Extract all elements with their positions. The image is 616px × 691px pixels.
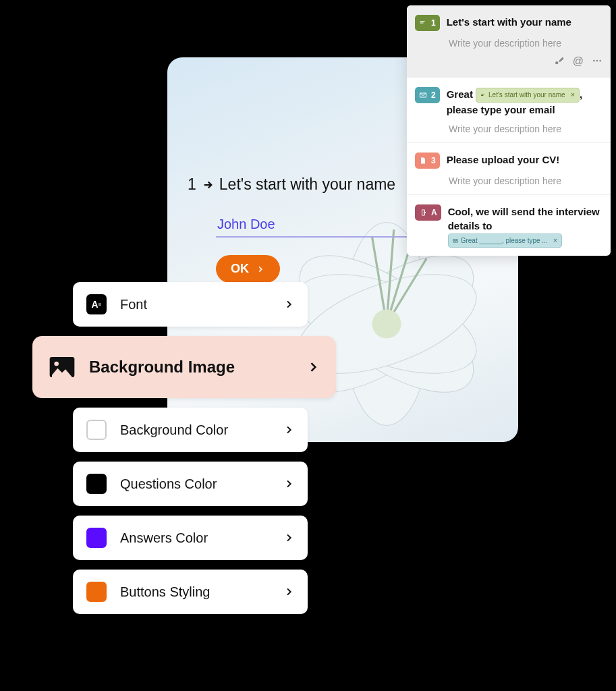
svg-point-19 bbox=[54, 362, 59, 366]
setting-label: Questions Color bbox=[120, 476, 270, 492]
wrench-icon[interactable] bbox=[554, 55, 565, 69]
steps-panel: 1 Let's start with your name Write your … bbox=[407, 5, 611, 256]
chevron-right-icon bbox=[256, 265, 265, 274]
chevron-right-icon bbox=[283, 532, 294, 543]
svg-point-9 bbox=[372, 310, 401, 339]
setting-background-image[interactable]: Background Image bbox=[32, 336, 336, 398]
setting-buttons-styling[interactable]: Buttons Styling bbox=[73, 570, 308, 614]
ok-button-label: OK bbox=[231, 262, 249, 276]
more-icon[interactable] bbox=[592, 55, 603, 69]
svg-rect-16 bbox=[481, 95, 483, 96]
step-description[interactable]: Write your description here bbox=[449, 38, 603, 49]
question-number: 1 bbox=[188, 175, 196, 194]
step-title: Let's start with your name bbox=[447, 15, 603, 29]
step-badge-text: 1 bbox=[415, 15, 440, 31]
setting-answers-color[interactable]: Answers Color bbox=[73, 516, 308, 560]
chevron-right-icon bbox=[283, 299, 294, 310]
svg-point-12 bbox=[593, 60, 595, 62]
step-number: 2 bbox=[431, 90, 436, 100]
question-text: Let's start with your name bbox=[219, 175, 395, 194]
setting-questions-color[interactable]: Questions Color bbox=[73, 462, 308, 506]
step-title: Great Let's start with your name × , ple… bbox=[447, 87, 603, 117]
at-icon[interactable]: @ bbox=[573, 55, 584, 69]
setting-background-color[interactable]: Background Color bbox=[73, 408, 308, 452]
setting-label: Background Color bbox=[120, 422, 270, 438]
font-icon: A≡ bbox=[86, 294, 107, 314]
svg-point-14 bbox=[599, 60, 601, 62]
exit-icon bbox=[419, 209, 427, 217]
setting-font[interactable]: A≡ Font bbox=[73, 282, 308, 327]
mail-icon bbox=[419, 91, 427, 99]
svg-point-13 bbox=[596, 60, 598, 62]
step-number: 1 bbox=[431, 18, 436, 28]
arrow-right-icon bbox=[202, 179, 214, 191]
text-icon bbox=[419, 19, 427, 27]
step-description[interactable]: Write your description here bbox=[449, 175, 603, 186]
chevron-right-icon bbox=[283, 424, 294, 435]
step-item-3[interactable]: 3 Please upload your CV! Write your desc… bbox=[407, 142, 611, 194]
step-item-1[interactable]: 1 Let's start with your name Write your … bbox=[407, 5, 611, 77]
color-swatch-orange bbox=[86, 582, 107, 602]
step-description[interactable]: Write your description here bbox=[449, 123, 603, 134]
step-title: Please upload your CV! bbox=[447, 153, 603, 167]
step-badge-file: 3 bbox=[415, 153, 440, 169]
svg-rect-10 bbox=[420, 21, 425, 22]
step-badge-email: 2 bbox=[415, 87, 440, 103]
design-settings-list: A≡ Font Background Image Background Colo… bbox=[73, 282, 308, 624]
step-item-4[interactable]: A Cool, we will send the interview detai… bbox=[407, 194, 611, 256]
setting-label: Answers Color bbox=[120, 530, 270, 546]
step-title: Cool, we will send the interview details… bbox=[448, 204, 603, 248]
step-number: 3 bbox=[431, 156, 436, 165]
text-icon bbox=[480, 92, 486, 98]
svg-rect-15 bbox=[481, 94, 484, 94]
svg-rect-11 bbox=[420, 23, 424, 24]
file-icon bbox=[419, 157, 427, 165]
color-swatch-black bbox=[86, 474, 107, 494]
chip-remove-icon[interactable]: × bbox=[553, 236, 557, 246]
chevron-right-icon bbox=[283, 478, 294, 489]
step-badge-end: A bbox=[415, 204, 441, 221]
color-swatch-purple bbox=[86, 528, 107, 548]
chevron-right-icon bbox=[283, 586, 294, 597]
chevron-right-icon bbox=[306, 360, 320, 374]
setting-label: Font bbox=[120, 297, 270, 312]
step-number: A bbox=[431, 208, 437, 217]
setting-label: Buttons Styling bbox=[120, 584, 270, 600]
mail-icon bbox=[453, 238, 458, 244]
reference-chip[interactable]: Let's start with your name × bbox=[476, 88, 580, 102]
color-swatch-white bbox=[86, 420, 107, 440]
ok-button[interactable]: OK bbox=[216, 255, 280, 283]
reference-chip[interactable]: Great ______, please type ... × bbox=[448, 233, 562, 248]
setting-label: Background Image bbox=[89, 358, 293, 377]
step-toolbar: @ bbox=[415, 55, 603, 69]
step-item-2[interactable]: 2 Great Let's start with your name × , p… bbox=[407, 77, 611, 142]
image-icon bbox=[49, 354, 76, 381]
chip-remove-icon[interactable]: × bbox=[571, 90, 575, 100]
